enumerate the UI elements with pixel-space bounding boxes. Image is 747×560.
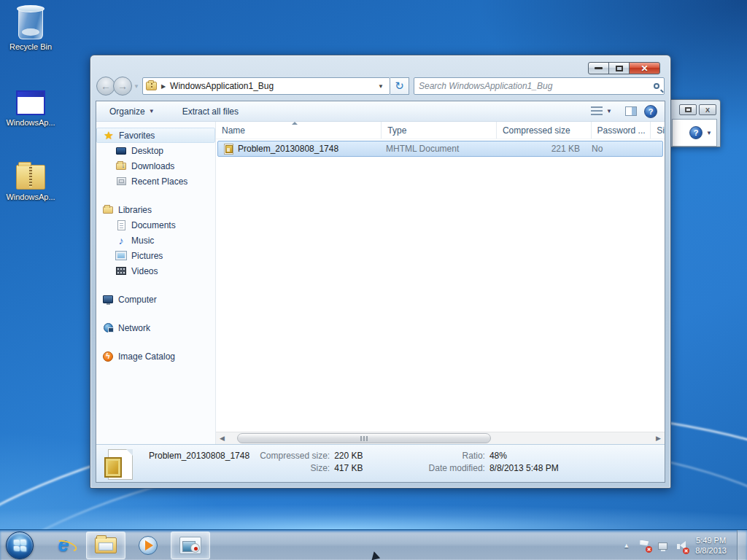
address-bar[interactable]: ▶ WindowsApplication1_Bug ▼ <box>142 77 390 95</box>
sidebar-item-videos[interactable]: Videos <box>96 263 215 279</box>
muted-badge-icon: ✕ <box>683 548 689 554</box>
extract-label: Extract all files <box>182 106 239 117</box>
taskbar-item-internet-explorer[interactable]: e <box>44 532 83 559</box>
ratio-label: Ratio: <box>429 451 485 461</box>
close-button[interactable]: ✕ <box>629 62 660 74</box>
recycle-bin-icon <box>18 7 43 39</box>
taskbar-item-media-player[interactable] <box>128 532 168 559</box>
navigation-pane: ★ Favorites Desktop ↓ Downloads Recent P… <box>96 122 216 444</box>
desktop-icon-label: Recycle Bin <box>0 42 61 51</box>
address-dropdown-button[interactable]: ▼ <box>375 83 387 90</box>
sidebar-item-label: Recent Places <box>131 176 187 187</box>
image-catalog-icon: ϟ <box>102 351 114 362</box>
desktop-icon-label: WindowsAp... <box>0 192 61 201</box>
organize-label: Organize <box>109 106 145 117</box>
breadcrumb-arrow-icon[interactable]: ▶ <box>161 83 166 90</box>
network-icon <box>102 322 114 334</box>
sidebar-item-desktop[interactable]: Desktop <box>96 143 215 158</box>
details-pane: Problem_20130808_1748 Compressed size: 2… <box>96 444 665 482</box>
scroll-left-arrow[interactable]: ◀ <box>216 432 228 445</box>
recent-pages-dropdown[interactable]: ▼ <box>133 83 139 90</box>
taskbar-item-windows-explorer[interactable] <box>86 532 125 559</box>
column-header-name[interactable]: Name <box>216 122 382 139</box>
restore-button[interactable] <box>679 104 697 115</box>
sidebar-item-label: Downloads <box>131 161 174 171</box>
breadcrumb-path[interactable]: WindowsApplication1_Bug <box>170 81 274 91</box>
sidebar-item-recent-places[interactable]: Recent Places <box>96 174 215 189</box>
show-desktop-button[interactable] <box>737 530 747 560</box>
sidebar-group-label: Favorites <box>119 131 155 141</box>
size-label: Size: <box>260 463 330 473</box>
sidebar-group-label: Image Catalog <box>118 351 175 362</box>
network-status-button[interactable] <box>658 541 667 550</box>
desktop-icon-recycle-bin[interactable]: Recycle Bin <box>0 4 61 51</box>
search-icon <box>654 83 659 89</box>
scrollbar-thumb[interactable] <box>237 433 492 443</box>
sidebar-item-image-catalog[interactable]: ϟ Image Catalog <box>96 349 215 364</box>
maximize-button[interactable] <box>608 62 630 74</box>
background-window[interactable]: X ? ▼ <box>668 99 721 147</box>
start-button[interactable] <box>6 532 34 559</box>
preview-pane-button[interactable] <box>625 106 637 116</box>
ratio-value: 48% <box>489 451 559 461</box>
details-ratio-group: Ratio: 48% Date modified: 8/8/2013 5:48 … <box>429 451 559 473</box>
file-list-pane: Name Type Compressed size Password ... S… <box>216 122 665 444</box>
horizontal-scrollbar[interactable]: ◀ ▶ <box>216 432 665 444</box>
chevron-down-icon: ▼ <box>149 108 155 114</box>
show-hidden-icons-button[interactable]: ▲ <box>623 542 630 549</box>
sidebar-item-pictures[interactable]: Pictures <box>96 248 215 263</box>
action-center-button[interactable]: ✕ <box>640 540 649 551</box>
chevron-down-icon[interactable]: ▼ <box>706 130 712 136</box>
sidebar-item-documents[interactable]: Documents <box>96 217 215 233</box>
column-header-compressed-size[interactable]: Compressed size <box>497 122 592 139</box>
sidebar-item-downloads[interactable]: ↓ Downloads <box>96 158 215 174</box>
sidebar-item-libraries[interactable]: Libraries <box>96 202 215 217</box>
app-window-icon <box>16 90 45 115</box>
table-row[interactable]: Problem_20130808_1748 MHTML Document 221… <box>217 141 663 157</box>
search-input[interactable] <box>419 81 651 91</box>
minimize-icon <box>595 67 603 69</box>
music-note-icon: ♪ <box>115 235 127 246</box>
sidebar-item-label: Desktop <box>131 146 163 156</box>
scroll-right-arrow[interactable]: ▶ <box>652 432 665 445</box>
desktop-icon-windowsapplication[interactable]: WindowsAp... <box>0 80 61 127</box>
extract-all-files-button[interactable]: Extract all files <box>177 104 244 119</box>
pictures-icon <box>115 250 127 262</box>
change-view-button[interactable]: ▼ <box>585 104 618 118</box>
forward-button[interactable]: → <box>113 77 132 96</box>
maximize-icon <box>616 66 623 71</box>
desktop-icon-label: WindowsAp... <box>0 118 61 127</box>
file-type-cell: MHTML Document <box>382 144 497 154</box>
volume-button[interactable]: ✕ <box>677 539 686 552</box>
search-box[interactable] <box>414 77 665 95</box>
restore-icon <box>685 107 692 112</box>
taskbar-item-steps-recorder[interactable] <box>171 532 210 559</box>
column-header-password[interactable]: Password ... <box>592 122 651 139</box>
sidebar-item-favorites[interactable]: ★ Favorites <box>96 128 215 143</box>
organize-button[interactable]: Organize ▼ <box>104 104 160 119</box>
scrollbar-track[interactable] <box>228 432 652 444</box>
desktop-icon-windowsapplication-zip[interactable]: WindowsAp... <box>0 155 61 201</box>
column-header-size[interactable]: Si <box>651 122 665 139</box>
computer-icon <box>102 294 114 306</box>
file-password-cell: No <box>587 144 647 154</box>
help-icon[interactable]: ? <box>689 126 703 139</box>
size-value: 417 KB <box>334 463 363 473</box>
videos-icon <box>115 265 127 277</box>
close-button[interactable]: X <box>699 104 716 115</box>
psr-document-icon-large <box>108 449 133 480</box>
sidebar-item-music[interactable]: ♪ Music <box>96 233 215 248</box>
sidebar-item-computer[interactable]: Computer <box>96 292 215 307</box>
minimize-button[interactable] <box>588 62 609 74</box>
column-header-type[interactable]: Type <box>382 122 497 139</box>
clock-time: 5:49 PM <box>695 535 727 545</box>
sidebar-item-network[interactable]: Network <box>96 320 215 335</box>
back-arrow-icon: ← <box>101 80 111 92</box>
navigation-bar: ← → ▼ ▶ WindowsApplication1_Bug ▼ ↻ <box>96 74 665 98</box>
refresh-button[interactable]: ↻ <box>390 77 409 95</box>
command-bar: Organize ▼ Extract all files ▼ ? <box>96 101 665 122</box>
taskbar-clock[interactable]: 5:49 PM 8/8/2013 <box>695 535 727 556</box>
sort-ascending-icon <box>292 122 298 125</box>
psr-document-icon <box>224 144 233 155</box>
help-button[interactable]: ? <box>644 105 657 118</box>
